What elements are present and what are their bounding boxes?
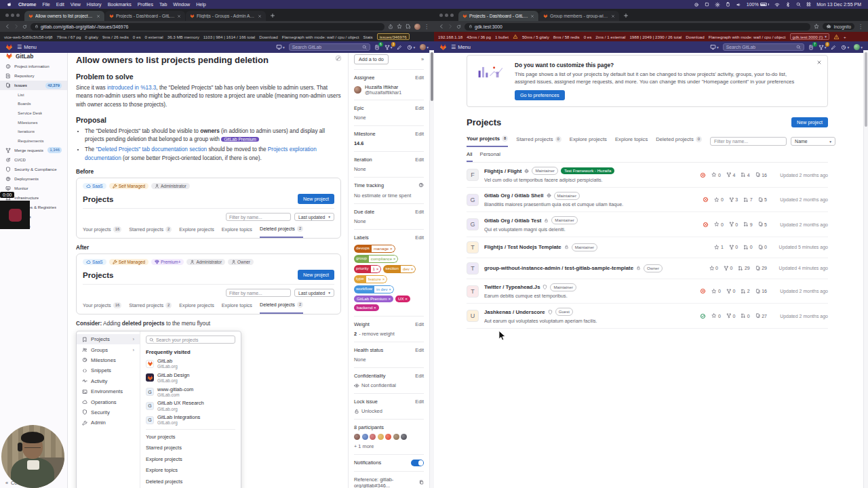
menu-button[interactable]: ☰Menu (451, 44, 471, 50)
extensions-icon[interactable] (406, 24, 411, 29)
mock-tab-starred-projects[interactable]: Starred projects2 (129, 302, 172, 314)
sidebar-item-requirements[interactable]: Requirements (0, 136, 67, 146)
label-gitlab-premium[interactable]: GitLab Premium × (354, 296, 393, 302)
participant-avatar[interactable] (378, 434, 384, 440)
project-name[interactable]: Flightjs / Test Nodejs Template (484, 244, 561, 250)
chrome-menu-icon[interactable]: ⋮ (858, 24, 863, 30)
sidebar-item-security-compliance[interactable]: Security & Compliance (0, 165, 67, 174)
frequent-project[interactable]: GGitLab UX ResearchGitLab.org (146, 401, 235, 411)
user-avatar[interactable]: ▾ (420, 44, 429, 50)
perf-add[interactable]: + (844, 35, 846, 39)
tab-explore-topics[interactable]: Explore topics (615, 136, 648, 146)
new-tab-button[interactable] (270, 13, 275, 18)
issues-count[interactable]: 16 (755, 172, 767, 178)
project-row[interactable]: UJashkenas / UnderscoreGuestAut earum qu… (467, 304, 828, 329)
participant-avatar[interactable] (393, 434, 399, 440)
flyout-item-milestones[interactable]: Milestones (77, 355, 140, 365)
menubar-clock[interactable]: Mon 13 Dec 2:55 PM (816, 2, 861, 7)
add-todo-button[interactable]: Add a to do (354, 54, 389, 64)
browser-tab[interactable]: Allow owners to list projects p... (24, 11, 104, 21)
forks-count[interactable]: 0 (724, 266, 732, 271)
flyout-item-snippets[interactable]: Snippets (77, 365, 140, 375)
forks-count[interactable]: 3 (729, 197, 738, 203)
label-backend[interactable]: backend × (354, 304, 379, 311)
mock-new-project-button[interactable]: New project (298, 270, 334, 280)
issues-count[interactable]: 16 (755, 289, 767, 294)
left-scrollbar[interactable] (429, 50, 434, 488)
sidebar-item-list[interactable]: List (0, 90, 67, 100)
participant-avatar[interactable] (385, 434, 391, 440)
section-action[interactable]: Edit (415, 399, 424, 405)
sidebar-item-issues[interactable]: Issues42,379 (0, 81, 67, 90)
forks-count[interactable]: 0 (726, 313, 735, 319)
back-icon[interactable] (5, 24, 10, 29)
section-action[interactable]: Edit (415, 373, 424, 379)
browser-tab[interactable]: Flightjs - Groups - Admin Area (186, 11, 266, 21)
sidebar-item-repository[interactable]: Repository (0, 71, 67, 81)
menubar-item[interactable]: History (87, 2, 102, 7)
flyout-item-projects[interactable]: Projects› (77, 334, 140, 344)
subtab-all[interactable]: All (467, 151, 473, 162)
tab-deleted-projects[interactable]: Deleted projects0 (656, 136, 702, 147)
tab-your-projects[interactable]: Your projects8 (467, 136, 508, 148)
tab-starred-projects[interactable]: Starred projects0 (516, 136, 561, 147)
merge-requests-icon[interactable]: 3▾ (384, 45, 393, 50)
label-type[interactable]: typefeature × (354, 275, 387, 283)
mock-sort-select[interactable]: Last updated▾ (294, 289, 334, 297)
section-action[interactable]: Edit (415, 157, 424, 163)
gitlab-search-input[interactable]: Search GitLab (723, 43, 804, 51)
new-project-button[interactable]: New project (791, 117, 828, 127)
issues-count[interactable]: 27 (755, 313, 767, 319)
clock-icon[interactable]: ▾ (407, 45, 415, 50)
pipeline-status-icon[interactable] (703, 222, 709, 228)
back-icon[interactable] (439, 24, 444, 29)
stars-count[interactable]: 0 (709, 266, 718, 271)
display-switch-icon[interactable]: ▾ (276, 44, 285, 50)
mock-tab-starred-projects[interactable]: Starred projects2 (129, 226, 172, 238)
clock-icon[interactable]: ▾ (841, 45, 849, 50)
forward-icon[interactable] (448, 24, 453, 29)
window-controls[interactable] (5, 14, 20, 17)
inline-link[interactable]: introduced in %13.3 (107, 85, 156, 91)
section-action[interactable]: Edit (415, 105, 424, 111)
participant-avatar[interactable] (401, 434, 407, 440)
flyout-link-starred-projects[interactable]: Starred projects (146, 445, 235, 451)
label-group[interactable]: groupcompliance × (354, 255, 398, 263)
forks-count[interactable]: 4 (726, 172, 735, 178)
banner-close-icon[interactable] (816, 60, 822, 65)
project-row[interactable]: GGitlab Org / Gitlab ShellMaintainerBlan… (467, 188, 828, 213)
flyout-item-environments[interactable]: Environments (77, 386, 140, 396)
notifications-toggle[interactable] (411, 460, 424, 466)
project-name[interactable]: Gitlab Org / Gitlab Shell (484, 192, 544, 199)
merge-requests-count[interactable]: 0 (743, 245, 752, 250)
pipeline-status-icon[interactable] (703, 197, 709, 203)
mock-tab-explore-topics[interactable]: Explore topics (222, 226, 252, 238)
bookmark-star-icon[interactable] (397, 24, 402, 29)
section-action[interactable] (418, 182, 424, 189)
project-name[interactable]: Jashkenas / Underscore (484, 309, 545, 315)
clipboard-icon[interactable] (726, 2, 730, 7)
participant-avatar[interactable] (362, 434, 368, 440)
label-devops[interactable]: devopsmanage × (354, 245, 395, 253)
perf-request-selector[interactable]: issues/346976 (377, 33, 410, 40)
frequent-project[interactable]: GGitLab IntegrationsGitLab.org (146, 415, 235, 425)
flyout-item-security[interactable]: Security (77, 407, 140, 418)
bluetooth-icon[interactable] (785, 2, 791, 7)
label-section[interactable]: sectiondev × (383, 265, 416, 273)
stars-count[interactable]: 0 (711, 172, 720, 178)
filter-by-name-input[interactable]: Filter by name... (710, 137, 787, 146)
mock-tab-explore-projects[interactable]: Explore projects (179, 226, 214, 238)
pipeline-status-icon[interactable] (700, 288, 706, 294)
mock-tab-explore-projects[interactable]: Explore projects (179, 302, 214, 314)
menubar-item[interactable]: Window (173, 2, 190, 7)
new-tab-button[interactable] (623, 13, 629, 18)
merge-requests-count[interactable]: 9 (743, 222, 752, 227)
label-workflow[interactable]: workflowin dev × (354, 285, 394, 293)
participants-more[interactable]: + 1 more (354, 443, 424, 449)
menubar-item[interactable]: Chrome (18, 2, 36, 7)
frequent-project[interactable]: GitLab DesignGitLab.org (146, 373, 235, 383)
merge-requests-count[interactable]: 29 (738, 266, 749, 271)
chrome-menu-icon[interactable]: ⋮ (424, 24, 429, 30)
flyout-item-activity[interactable]: Activity (77, 376, 140, 386)
section-action[interactable]: Edit (415, 131, 424, 137)
